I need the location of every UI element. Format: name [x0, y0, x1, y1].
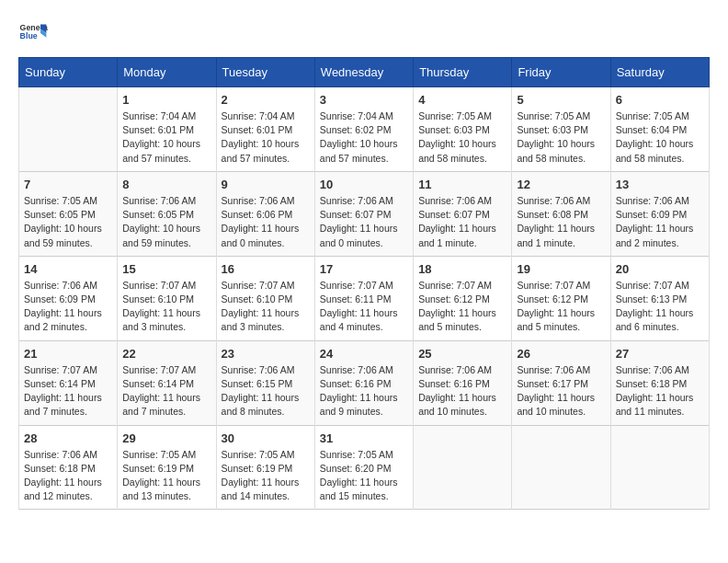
logo: General Blue [18, 18, 48, 48]
day-info: Sunrise: 7:06 AM Sunset: 6:07 PM Dayligh… [418, 194, 506, 250]
calendar-cell: 4Sunrise: 7:05 AM Sunset: 6:03 PM Daylig… [414, 87, 512, 172]
day-number: 22 [122, 347, 210, 361]
calendar-cell: 16Sunrise: 7:07 AM Sunset: 6:10 PM Dayli… [216, 256, 314, 340]
week-row-1: 1Sunrise: 7:04 AM Sunset: 6:01 PM Daylig… [19, 87, 710, 172]
day-number: 11 [418, 178, 506, 191]
weekday-header-saturday: Saturday [610, 58, 709, 87]
calendar-cell: 24Sunrise: 7:06 AM Sunset: 6:16 PM Dayli… [314, 340, 413, 425]
calendar-cell: 10Sunrise: 7:06 AM Sunset: 6:07 PM Dayli… [314, 171, 413, 256]
day-info: Sunrise: 7:05 AM Sunset: 6:05 PM Dayligh… [24, 194, 112, 250]
day-info: Sunrise: 7:06 AM Sunset: 6:09 PM Dayligh… [616, 194, 704, 250]
calendar-cell [512, 425, 610, 510]
calendar-cell: 27Sunrise: 7:06 AM Sunset: 6:18 PM Dayli… [610, 340, 709, 425]
day-info: Sunrise: 7:06 AM Sunset: 6:18 PM Dayligh… [616, 363, 704, 419]
day-info: Sunrise: 7:06 AM Sunset: 6:08 PM Dayligh… [517, 194, 605, 250]
calendar-cell [414, 425, 512, 510]
day-info: Sunrise: 7:06 AM Sunset: 6:16 PM Dayligh… [320, 363, 408, 419]
calendar-cell: 5Sunrise: 7:05 AM Sunset: 6:03 PM Daylig… [512, 87, 610, 172]
day-info: Sunrise: 7:07 AM Sunset: 6:12 PM Dayligh… [418, 279, 506, 335]
weekday-header-wednesday: Wednesday [314, 58, 413, 87]
weekday-header-row: SundayMondayTuesdayWednesdayThursdayFrid… [19, 58, 710, 87]
calendar-cell: 26Sunrise: 7:06 AM Sunset: 6:17 PM Dayli… [512, 340, 610, 425]
calendar-cell: 8Sunrise: 7:06 AM Sunset: 6:05 PM Daylig… [118, 171, 216, 256]
day-info: Sunrise: 7:06 AM Sunset: 6:16 PM Dayligh… [418, 363, 506, 419]
day-number: 9 [222, 178, 310, 191]
day-info: Sunrise: 7:07 AM Sunset: 6:14 PM Dayligh… [24, 363, 112, 419]
day-number: 15 [122, 262, 210, 276]
day-info: Sunrise: 7:05 AM Sunset: 6:19 PM Dayligh… [122, 448, 210, 504]
day-number: 31 [320, 431, 408, 445]
day-info: Sunrise: 7:07 AM Sunset: 6:10 PM Dayligh… [222, 279, 310, 335]
weekday-header-sunday: Sunday [19, 58, 118, 87]
weekday-header-friday: Friday [512, 58, 610, 87]
calendar-cell: 30Sunrise: 7:05 AM Sunset: 6:19 PM Dayli… [216, 425, 314, 510]
day-info: Sunrise: 7:06 AM Sunset: 6:06 PM Dayligh… [222, 194, 310, 250]
calendar-cell: 1Sunrise: 7:04 AM Sunset: 6:01 PM Daylig… [118, 87, 216, 172]
day-number: 4 [418, 93, 506, 107]
day-number: 20 [616, 262, 704, 276]
calendar-cell: 28Sunrise: 7:06 AM Sunset: 6:18 PM Dayli… [19, 425, 118, 510]
calendar-cell: 7Sunrise: 7:05 AM Sunset: 6:05 PM Daylig… [19, 171, 118, 256]
day-info: Sunrise: 7:04 AM Sunset: 6:01 PM Dayligh… [222, 109, 310, 166]
day-info: Sunrise: 7:07 AM Sunset: 6:10 PM Dayligh… [122, 279, 210, 335]
day-info: Sunrise: 7:06 AM Sunset: 6:18 PM Dayligh… [24, 448, 112, 504]
day-number: 3 [320, 93, 408, 107]
day-number: 1 [122, 93, 210, 107]
calendar-cell: 18Sunrise: 7:07 AM Sunset: 6:12 PM Dayli… [414, 256, 512, 340]
day-number: 29 [122, 431, 210, 445]
calendar-cell: 6Sunrise: 7:05 AM Sunset: 6:04 PM Daylig… [610, 87, 709, 172]
calendar-cell: 17Sunrise: 7:07 AM Sunset: 6:11 PM Dayli… [314, 256, 413, 340]
calendar-cell: 29Sunrise: 7:05 AM Sunset: 6:19 PM Dayli… [118, 425, 216, 510]
day-info: Sunrise: 7:04 AM Sunset: 6:02 PM Dayligh… [320, 109, 408, 166]
day-info: Sunrise: 7:06 AM Sunset: 6:07 PM Dayligh… [320, 194, 408, 250]
day-info: Sunrise: 7:07 AM Sunset: 6:12 PM Dayligh… [517, 279, 605, 335]
calendar-cell: 20Sunrise: 7:07 AM Sunset: 6:13 PM Dayli… [610, 256, 709, 340]
calendar-cell: 21Sunrise: 7:07 AM Sunset: 6:14 PM Dayli… [19, 340, 118, 425]
day-number: 7 [24, 178, 112, 191]
svg-text:Blue: Blue [20, 31, 38, 40]
calendar-table: SundayMondayTuesdayWednesdayThursdayFrid… [18, 57, 710, 510]
calendar-cell: 25Sunrise: 7:06 AM Sunset: 6:16 PM Dayli… [414, 340, 512, 425]
day-info: Sunrise: 7:07 AM Sunset: 6:13 PM Dayligh… [616, 279, 704, 335]
day-info: Sunrise: 7:05 AM Sunset: 6:19 PM Dayligh… [222, 448, 310, 504]
weekday-header-monday: Monday [118, 58, 216, 87]
day-number: 18 [418, 262, 506, 276]
day-info: Sunrise: 7:05 AM Sunset: 6:04 PM Dayligh… [616, 109, 704, 166]
calendar-cell: 22Sunrise: 7:07 AM Sunset: 6:14 PM Dayli… [118, 340, 216, 425]
day-number: 19 [517, 262, 605, 276]
weekday-header-tuesday: Tuesday [216, 58, 314, 87]
day-number: 16 [222, 262, 310, 276]
day-info: Sunrise: 7:05 AM Sunset: 6:20 PM Dayligh… [320, 448, 408, 504]
day-info: Sunrise: 7:07 AM Sunset: 6:14 PM Dayligh… [122, 363, 210, 419]
calendar-cell: 31Sunrise: 7:05 AM Sunset: 6:20 PM Dayli… [314, 425, 413, 510]
calendar-cell: 2Sunrise: 7:04 AM Sunset: 6:01 PM Daylig… [216, 87, 314, 172]
day-info: Sunrise: 7:06 AM Sunset: 6:09 PM Dayligh… [24, 279, 112, 335]
calendar-cell: 13Sunrise: 7:06 AM Sunset: 6:09 PM Dayli… [610, 171, 709, 256]
logo-icon: General Blue [18, 18, 48, 48]
day-number: 21 [24, 347, 112, 361]
calendar-cell: 15Sunrise: 7:07 AM Sunset: 6:10 PM Dayli… [118, 256, 216, 340]
calendar-cell: 11Sunrise: 7:06 AM Sunset: 6:07 PM Dayli… [414, 171, 512, 256]
calendar-cell: 14Sunrise: 7:06 AM Sunset: 6:09 PM Dayli… [19, 256, 118, 340]
calendar-cell [19, 87, 118, 172]
day-number: 23 [222, 347, 310, 361]
day-number: 5 [517, 93, 605, 107]
week-row-2: 7Sunrise: 7:05 AM Sunset: 6:05 PM Daylig… [19, 171, 710, 256]
day-number: 14 [24, 262, 112, 276]
day-number: 24 [320, 347, 408, 361]
calendar-cell [610, 425, 709, 510]
day-info: Sunrise: 7:06 AM Sunset: 6:17 PM Dayligh… [517, 363, 605, 419]
week-row-4: 21Sunrise: 7:07 AM Sunset: 6:14 PM Dayli… [19, 340, 710, 425]
calendar-cell: 3Sunrise: 7:04 AM Sunset: 6:02 PM Daylig… [314, 87, 413, 172]
calendar-cell: 9Sunrise: 7:06 AM Sunset: 6:06 PM Daylig… [216, 171, 314, 256]
day-info: Sunrise: 7:07 AM Sunset: 6:11 PM Dayligh… [320, 279, 408, 335]
day-info: Sunrise: 7:06 AM Sunset: 6:05 PM Dayligh… [122, 194, 210, 250]
day-info: Sunrise: 7:05 AM Sunset: 6:03 PM Dayligh… [418, 109, 506, 166]
week-row-5: 28Sunrise: 7:06 AM Sunset: 6:18 PM Dayli… [19, 425, 710, 510]
day-number: 12 [517, 178, 605, 191]
calendar-cell: 12Sunrise: 7:06 AM Sunset: 6:08 PM Dayli… [512, 171, 610, 256]
weekday-header-thursday: Thursday [414, 58, 512, 87]
day-number: 26 [517, 347, 605, 361]
day-info: Sunrise: 7:05 AM Sunset: 6:03 PM Dayligh… [517, 109, 605, 166]
day-number: 30 [222, 431, 310, 445]
